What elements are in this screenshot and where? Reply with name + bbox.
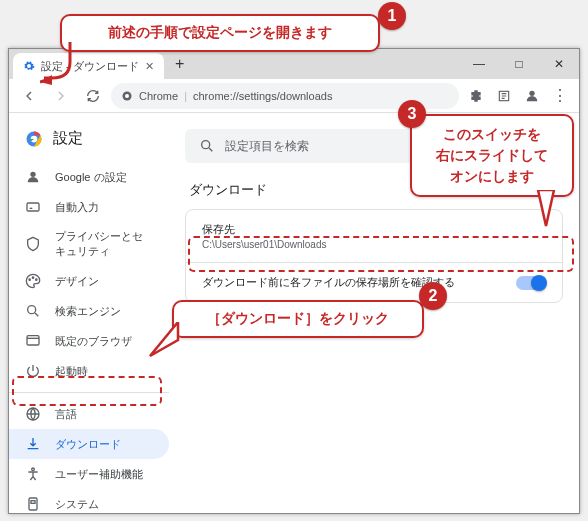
sidebar-item-person[interactable]: Google の設定 xyxy=(9,162,169,192)
sidebar-item-lang[interactable]: 言語 xyxy=(9,399,169,429)
search-icon xyxy=(199,138,215,154)
svg-point-13 xyxy=(36,279,37,280)
save-location-value: C:\Users\user01\Downloads xyxy=(202,239,546,250)
power-icon xyxy=(25,363,41,379)
svg-rect-10 xyxy=(27,203,39,211)
lang-icon xyxy=(25,406,41,422)
badge-2: 2 xyxy=(419,282,447,310)
sidebar-item-label: 検索エンジン xyxy=(55,304,121,319)
settings-title: 設定 xyxy=(53,129,83,148)
sidebar-item-label: Google の設定 xyxy=(55,170,127,185)
svg-marker-2 xyxy=(150,322,178,356)
toggle-knob xyxy=(531,275,547,291)
reload-button[interactable] xyxy=(79,82,107,110)
search-placeholder: 設定項目を検索 xyxy=(225,138,309,155)
minimize-button[interactable]: — xyxy=(459,49,499,79)
search-icon xyxy=(25,303,41,319)
callout-1-tail xyxy=(40,42,80,92)
downloads-card: 保存先 C:\Users\user01\Downloads ダウンロード前に各フ… xyxy=(185,209,563,303)
settings-sidebar: 設定 Google の設定自動入力プライバシーとセキュリティデザイン検索エンジン… xyxy=(9,113,169,513)
sidebar-item-label: 起動時 xyxy=(55,364,88,379)
autofill-icon xyxy=(25,199,41,215)
url-label: Chrome xyxy=(139,90,178,102)
sidebar-item-a11y[interactable]: ユーザー補助機能 xyxy=(9,459,169,489)
svg-point-4 xyxy=(125,94,129,98)
callout-1: 前述の手順で設定ページを開きます xyxy=(60,14,380,52)
reading-list-icon[interactable] xyxy=(491,83,517,109)
sidebar-item-system[interactable]: システム xyxy=(9,489,169,519)
callout-1-text: 前述の手順で設定ページを開きます xyxy=(108,24,332,40)
sidebar-item-design[interactable]: デザイン xyxy=(9,266,169,296)
save-location-row: 保存先 C:\Users\user01\Downloads xyxy=(186,210,562,262)
toolbar-icons: ⋮ xyxy=(463,83,573,109)
svg-rect-15 xyxy=(27,336,39,345)
callout-3: このスイッチを 右にスライドして オンにします xyxy=(410,114,574,197)
save-location-label: 保存先 xyxy=(202,222,546,237)
callout-2: ［ダウンロード］をクリック xyxy=(172,300,424,338)
svg-point-22 xyxy=(202,141,210,149)
extension-icon[interactable] xyxy=(463,83,489,109)
svg-point-17 xyxy=(32,468,35,471)
callout-3-tail xyxy=(528,190,558,230)
person-icon xyxy=(25,169,41,185)
design-icon xyxy=(25,273,41,289)
sidebar-item-label: プライバシーとセキュリティ xyxy=(55,229,153,259)
sidebar-item-label: ダウンロード xyxy=(55,437,121,452)
ask-location-label: ダウンロード前に各ファイルの保存場所を確認する xyxy=(202,275,455,290)
sidebar-item-search[interactable]: 検索エンジン xyxy=(9,296,169,326)
sidebar-item-label: 既定のブラウザ xyxy=(55,334,132,349)
system-icon xyxy=(25,496,41,512)
callout-3-line2: 右にスライドして xyxy=(428,145,556,166)
browser-tab[interactable]: 設定 - ダウンロード ✕ xyxy=(13,53,164,79)
privacy-icon xyxy=(25,236,41,252)
svg-point-9 xyxy=(30,172,35,177)
url-path: chrome://settings/downloads xyxy=(193,90,332,102)
download-icon xyxy=(25,436,41,452)
callout-3-line3: オンにします xyxy=(428,166,556,187)
svg-point-12 xyxy=(32,277,33,278)
ask-location-toggle[interactable] xyxy=(516,276,546,290)
badge-3: 3 xyxy=(398,100,426,128)
sidebar-divider xyxy=(9,392,169,393)
close-window-button[interactable]: ✕ xyxy=(539,49,579,79)
window-controls: — □ ✕ xyxy=(459,49,579,79)
sidebar-item-label: デザイン xyxy=(55,274,99,289)
svg-marker-1 xyxy=(538,190,554,226)
svg-point-6 xyxy=(529,90,534,95)
browser-icon xyxy=(25,333,41,349)
sidebar-item-privacy[interactable]: プライバシーとセキュリティ xyxy=(9,222,169,266)
ask-location-row: ダウンロード前に各ファイルの保存場所を確認する xyxy=(186,262,562,302)
kebab-menu-icon[interactable]: ⋮ xyxy=(547,83,573,109)
sidebar-item-power[interactable]: 起動時 xyxy=(9,356,169,386)
sidebar-item-label: ユーザー補助機能 xyxy=(55,467,143,482)
profile-icon[interactable] xyxy=(519,83,545,109)
sidebar-item-autofill[interactable]: 自動入力 xyxy=(9,192,169,222)
new-tab-button[interactable]: + xyxy=(168,52,192,76)
sidebar-item-label: 言語 xyxy=(55,407,77,422)
sidebar-item-browser[interactable]: 既定のブラウザ xyxy=(9,326,169,356)
badge-1: 1 xyxy=(378,2,406,30)
sidebar-item-label: 自動入力 xyxy=(55,200,99,215)
a11y-icon xyxy=(25,466,41,482)
svg-rect-19 xyxy=(31,501,35,504)
chrome-logo-icon xyxy=(25,130,43,148)
maximize-button[interactable]: □ xyxy=(499,49,539,79)
settings-brand: 設定 xyxy=(9,129,169,162)
sidebar-item-label: システム xyxy=(55,497,99,512)
back-button[interactable] xyxy=(15,82,43,110)
svg-point-11 xyxy=(29,279,30,280)
sidebar-item-download[interactable]: ダウンロード xyxy=(9,429,169,459)
callout-2-tail xyxy=(148,322,182,362)
tab-close-icon[interactable]: ✕ xyxy=(145,60,154,73)
chrome-product-icon xyxy=(121,90,133,102)
gear-icon xyxy=(23,60,35,72)
svg-point-14 xyxy=(28,306,36,314)
titlebar: 設定 - ダウンロード ✕ + — □ ✕ xyxy=(9,49,579,79)
address-bar: Chrome | chrome://settings/downloads ⋮ xyxy=(9,79,579,113)
callout-2-text: ［ダウンロード］をクリック xyxy=(207,310,389,326)
callout-3-line1: このスイッチを xyxy=(428,124,556,145)
